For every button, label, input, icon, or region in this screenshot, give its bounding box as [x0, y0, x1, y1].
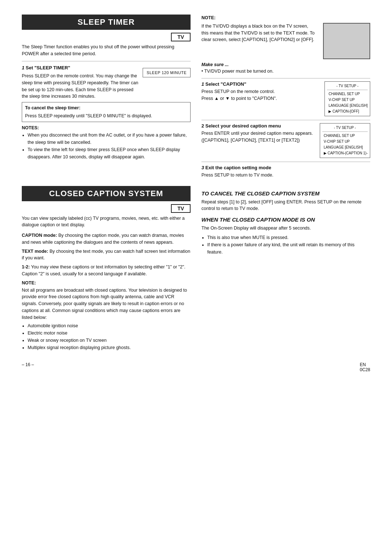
text-mode-block: TEXT mode: By choosing the text mode, yo… [22, 248, 191, 262]
closed-caption-title: CLOSED CAPTION SYSTEM [22, 186, 191, 201]
tv-screen-image [323, 23, 370, 59]
caption2-setup-item-4: CAPTION-(CAPTION 1)- [322, 150, 368, 156]
caption-bullet1: Automobile ignition noise [28, 322, 191, 329]
cancel-text: Press SLEEP repeatedly until "SLEEP 0 MI… [25, 113, 187, 119]
make-sure-text: • TV/DVD power must be turned on. [201, 69, 370, 74]
closed-caption-intro: You can view specially labeled (cc) TV p… [22, 215, 191, 229]
caption-bullet4: Multiplex signal reception displaying pi… [28, 344, 191, 351]
caption-step3-text: Press SETUP to return to TV mode. [201, 172, 370, 179]
sleep-note1: When you disconnect the unit from the AC… [28, 131, 191, 146]
caption-step1-setup-box: - TV SETUP - CHANNEL SET UP V-CHIP SET U… [324, 81, 370, 116]
caption-mode-label: CAPTION mode: [22, 233, 57, 238]
footer-right: EN 0C28 [360, 362, 370, 372]
caption-step2-setup-box: - TV SETUP - CHANNEL SET UP V-CHIP SET U… [320, 123, 370, 158]
sleep-step1-header: 1 Set "SLEEP TIMER" [22, 64, 139, 72]
footer-lang: EN [360, 362, 366, 367]
sleep-timer-title: SLEEP TIMER [22, 15, 191, 30]
caption-step1-text2: Press ▲ or ▼ to point to "CAPTION". [201, 95, 321, 102]
when-on-bullet1: This is also true when MUTE is pressed. [207, 234, 370, 241]
to-cancel-text: Repeat steps [1] to [2], select [OFF] us… [201, 199, 370, 212]
caption2-setup-item-1: CHANNEL SET UP [322, 133, 368, 139]
caption-step1-row: 1 Select "CAPTION" Press SETUP on the re… [201, 81, 370, 116]
sleep-tv-badge: TV [171, 33, 191, 41]
caption-step2-row: 2 Select your desired caption menu Press… [201, 123, 370, 158]
caption-bullet3: Weak or snowy reception on TV screen [28, 337, 191, 344]
caption2-setup-item-3: LANGUAGE [ENGLISH] [322, 145, 368, 150]
to-cancel-title: TO CANCEL THE CLOSED CAPTION SYSTEM [201, 190, 370, 197]
caption-setup-item-2: V-CHIP SET UP [327, 97, 368, 103]
when-on-bullet2: If there is a power failure of any kind,… [207, 241, 370, 256]
caption-step1-text-block: 1 Select "CAPTION" Press SETUP on the re… [201, 81, 321, 102]
caption-step2-title: Select your desired caption menu [205, 123, 281, 129]
sleep-step1-text: Press SLEEP on the remote control. You m… [22, 73, 139, 100]
caption-step2-text-block: 2 Select your desired caption menu Press… [201, 123, 316, 144]
when-on-title: WHEN THE CLOSED CAPTION MODE IS ON [201, 216, 370, 223]
closed-caption-tv-badge: TV [171, 204, 191, 213]
sleep-timer-section: SLEEP TIMER TV The Sleep Timer function … [22, 15, 191, 179]
closed-caption-note: NOTE: Not all programs are broadcast wit… [22, 280, 191, 352]
closed-caption-note-title: NOTE: [22, 280, 191, 285]
make-sure-label: Make sure ... [201, 62, 370, 67]
footer-code: 0C28 [360, 367, 370, 372]
when-on-text: The On-Screen Display will disappear aft… [201, 225, 370, 232]
make-sure-block: Make sure ... • TV/DVD power must be tur… [201, 62, 370, 74]
caption-step1-header: 1 Select "CAPTION" [201, 81, 321, 87]
caption-step2-text: Press ENTER until your desired caption m… [201, 130, 316, 144]
one-two-label: 1-2: [22, 264, 30, 270]
note-right-title: NOTE: [201, 15, 370, 21]
cancel-box: To cancel the sleep timer: Press SLEEP r… [22, 102, 191, 122]
caption-step3-num: 3 [201, 165, 205, 170]
caption-step3-title: Exit the caption setting mode [205, 165, 271, 170]
caption-setup-item-3: LANGUAGE [ENGLISH] [327, 103, 368, 109]
caption-step1-setup-title: - TV SETUP - [327, 83, 368, 90]
footer-page: – 16 – [22, 362, 34, 372]
cancel-title: To cancel the sleep timer: [25, 105, 187, 112]
right-bottom-column: TO CANCEL THE CLOSED CAPTION SYSTEM Repe… [201, 186, 370, 352]
sleep-step1-text-content: Press SLEEP on the remote control. You m… [22, 73, 138, 99]
caption-step1-text1: Press SETUP on the remote control. [201, 88, 321, 95]
caption-bullet2: Electric motor noise [28, 329, 191, 337]
caption-step2-header: 2 Select your desired caption menu [201, 123, 316, 129]
sleep-step1-num: 1 [22, 65, 26, 70]
caption-step2-num: 2 [201, 123, 205, 129]
note-box-right: NOTE: If the TV/DVD displays a black box… [201, 15, 370, 59]
right-column: NOTE: If the TV/DVD displays a black box… [201, 15, 370, 179]
caption-step1-title: Select "CAPTION" [205, 81, 246, 87]
page-footer: – 16 – EN 0C28 [22, 362, 370, 372]
caption-step3-header: 3 Exit the caption setting mode [201, 165, 370, 170]
sleep-notes: NOTES: When you disconnect the unit from… [22, 124, 191, 161]
caption-step3-block: 3 Exit the caption setting mode Press SE… [201, 165, 370, 179]
sleep-note2: To view the time left for sleep timer pr… [28, 146, 191, 161]
closed-caption-section: CLOSED CAPTION SYSTEM TV You can view sp… [22, 186, 191, 352]
closed-caption-note-text: Not all programs are broadcast with clos… [22, 287, 191, 321]
page: SLEEP TIMER TV The Sleep Timer function … [22, 15, 370, 372]
sleep-notes-title: NOTES: [22, 124, 191, 131]
caption-setup-item-1: CHANNEL SET UP [327, 91, 368, 97]
one-two-text: You may view these captions or text info… [22, 264, 185, 276]
note-right-text: If the TV/DVD displays a black box on th… [201, 23, 316, 43]
one-two-block: 1-2: You may view these captions or text… [22, 264, 191, 278]
caption-step1-num: 1 [201, 81, 205, 87]
caption-setup-item-4: CAPTION-[OFF] [327, 109, 368, 114]
sleep-step1-title: Set "SLEEP TIMER" [26, 65, 70, 70]
caption2-setup-item-2: V-CHIP SET UP [322, 139, 368, 145]
sleep-intro: The Sleep Timer function enables you to … [22, 44, 191, 57]
caption-step2-setup-title: - TV SETUP - [322, 125, 368, 132]
sleep-step1-block: 1 Set "SLEEP TIMER" Press SLEEP on the r… [22, 64, 139, 100]
sleep-display-box: SLEEP 120 MINUTE [143, 68, 191, 77]
text-mode-label: TEXT mode: [22, 249, 48, 254]
caption-mode-block: CAPTION mode: By choosing the caption mo… [22, 232, 191, 246]
